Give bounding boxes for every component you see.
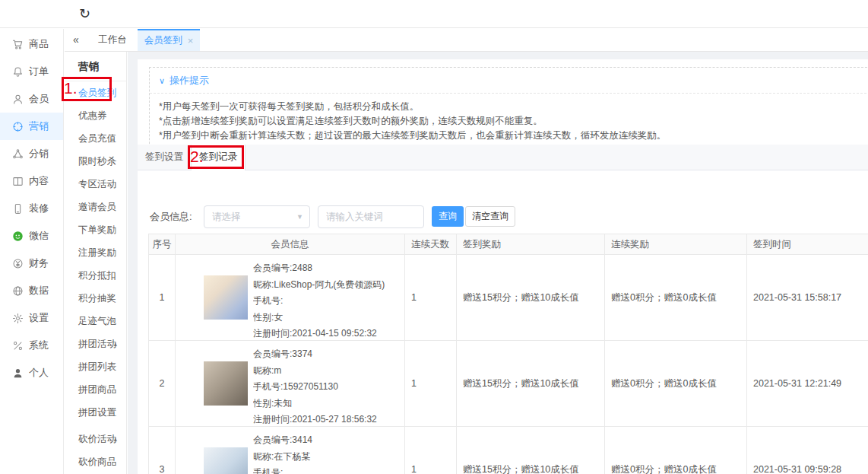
row-index: 1 [149,255,176,341]
sidebar-item-label: 财务 [29,256,49,270]
sidebar-item-label: 微信 [29,229,49,243]
sidebar-item-label: 数据 [29,284,49,297]
tip-line: *用户每天签到一次可获得每天签到奖励，包括积分和成长值。 [159,100,868,114]
row-sign-reward: 赠送15积分；赠送10成长值 [457,341,605,427]
operation-tips-header[interactable]: ∨操作提示 [150,68,868,94]
row-index: 3 [149,427,176,474]
col-continuous-reward: 连续奖励 [605,234,747,255]
row-days: 1 [405,427,457,474]
clear-search-button[interactable]: 清空查询 [465,206,515,227]
tab-member-signin[interactable]: 会员签到 × [138,29,200,51]
col-sign-time: 签到时间 [747,234,868,255]
sidebar-item-label: 设置 [29,311,49,325]
sidebar-item-label: 个人 [29,366,49,380]
tip-line: *用户签到中断会重新计算连续天数；超过设置的最大连续签到奖励天数后，也会重新计算… [159,129,868,143]
row-days: 1 [405,341,457,427]
operation-tips-title: 操作提示 [169,75,209,86]
yuan-icon [12,258,24,269]
submenu-item-member-recharge[interactable]: 会员充值 [65,127,126,150]
submenu-item-label: 拼团活动 [78,339,116,349]
member-info-label: 会员信息: [150,205,192,228]
submenu-item-order-reward[interactable]: 下单奖励 [65,218,126,241]
member-info-select[interactable]: 请选择 ▼ [204,205,310,228]
tab-member-signin-label: 会员签到 [144,34,182,47]
submenu-item-group-settings[interactable]: 拼团设置 [65,401,126,424]
submenu-item-coupon[interactable]: 优惠券 [65,104,126,127]
operation-tips-panel: ∨操作提示 *用户每天签到一次可获得每天签到奖励，包括积分和成长值。 *点击新增… [149,67,868,151]
submenu-item-label: 砍价活动 [78,434,116,444]
signin-records-table: 序号 会员信息 连续天数 签到奖励 连续奖励 签到时间 1 会员编号:2488 [148,234,868,474]
row-continuous-reward: 赠送0积分；赠送0成长值 [605,341,747,427]
sidebar-item-label: 内容 [29,174,49,188]
table-header-row: 序号 会员信息 连续天数 签到奖励 连续奖励 签到时间 [149,234,868,255]
sidebar-item-label: 订单 [29,65,49,78]
tab-workbench[interactable]: 工作台 [87,29,138,51]
sidebar-item-members[interactable]: 会员 [0,85,63,113]
submenu-item-points-lottery[interactable]: 积分抽奖 [65,287,126,310]
member-phone: 手机号: [253,465,404,474]
collapse-sidebar-icon[interactable]: « [65,29,87,51]
sidebar-item-label: 商品 [29,37,49,51]
member-no: 会员编号:3414 [253,432,404,449]
row-sign-reward: 赠送15积分；赠送10成长值 [457,427,605,474]
submenu-item-points-deduction[interactable]: 积分抵扣 [65,264,126,287]
submenu-item-group-goods[interactable]: 拼团商品 [65,378,126,401]
content-card: ∨操作提示 *用户每天签到一次可获得每天签到奖励，包括积分和成长值。 *点击新增… [138,59,868,474]
sidebar-item-decorate[interactable]: 装修 [0,195,63,222]
sidebar-item-system[interactable]: 系统 [0,332,63,359]
sidebar-item-data[interactable]: 数据 [0,277,63,304]
cart-icon [12,39,24,50]
submenu-item-group-activity[interactable]: ▴ 拼团活动 [65,332,126,355]
member-no: 会员编号:2488 [253,260,404,277]
sidebar-item-label: 分销 [29,147,49,161]
col-member-info: 会员信息 [176,234,405,255]
keyword-input[interactable] [318,205,424,228]
tip-line: *点击新增连续签到奖励可以设置满足连续签到天数时的额外奖励，连续天数规则不能重复… [159,114,868,129]
top-toolbar: ↻ [0,0,868,28]
sidebar-item-goods[interactable]: 商品 [0,30,63,58]
member-avatar [204,447,248,474]
tab-signin-settings[interactable]: 签到设置 [138,145,192,170]
globe-icon [12,285,24,297]
submenu-item-member-signin[interactable]: 会员签到 [65,81,126,104]
sidebar-item-finance[interactable]: 财务 [0,250,63,277]
refresh-icon[interactable]: ↻ [79,5,90,23]
sidebar-item-orders[interactable]: 订单 [0,58,63,85]
submenu-item-bargain-activity[interactable]: ▴ 砍价活动 [65,428,126,450]
submenu-item-zone-activity[interactable]: 专区活动 [65,173,126,196]
sidebar-item-content[interactable]: 内容 [0,167,63,195]
row-days: 1 [405,255,457,341]
submenu-item-group-list[interactable]: 拼团列表 [65,355,126,378]
col-sign-reward: 签到奖励 [457,234,605,255]
wechat-icon [12,231,24,242]
sidebar-item-marketing[interactable]: 营销 [0,113,63,140]
signin-tabs: 签到设置 签到记录 [138,145,868,170]
chevron-down-icon: ▼ [296,206,303,227]
member-avatar [204,275,248,320]
sidebar-item-distribution[interactable]: 分销 [0,140,63,167]
member-phone: 手机号: [253,293,404,310]
row-sign-time: 2021-05-31 15:58:17 [747,255,868,341]
col-days: 连续天数 [405,234,457,255]
search-button[interactable]: 查询 [432,206,464,227]
close-icon[interactable]: × [188,36,194,46]
submenu-item-flash-sale[interactable]: 限时秒杀 [65,150,126,173]
submenu-item-register-reward[interactable]: 注册奖励 [65,241,126,264]
member-reg-time: 注册时间:2021-04-15 09:52:32 [253,326,404,342]
sidebar-item-profile[interactable]: 个人 [0,359,63,387]
sidebar-item-settings[interactable]: 设置 [0,304,63,332]
chevron-down-icon: ∨ [159,76,165,85]
submenu-item-bargain-goods[interactable]: 砍价商品 [65,450,126,473]
sidebar-item-label: 装修 [29,202,49,215]
sidebar-item-wechat[interactable]: 微信 [0,222,63,250]
submenu-item-footprint-bubble[interactable]: 足迹气泡 [65,310,126,332]
submenu-item-invite-member[interactable]: 邀请会员 [65,196,126,218]
compass-icon [12,121,24,132]
row-index: 2 [149,341,176,427]
table-row: 2 会员编号:3374 昵称:m 手机号:15927051130 性别:未知 注… [149,341,868,427]
sidebar-item-label: 营销 [29,119,49,133]
content-area: ∨操作提示 *用户每天签到一次可获得每天签到奖励，包括积分和成长值。 *点击新增… [128,52,868,474]
tab-signin-records[interactable]: 签到记录 [192,145,246,170]
share-icon [12,148,24,160]
row-sign-time: 2021-05-31 09:59:28 [747,427,868,474]
